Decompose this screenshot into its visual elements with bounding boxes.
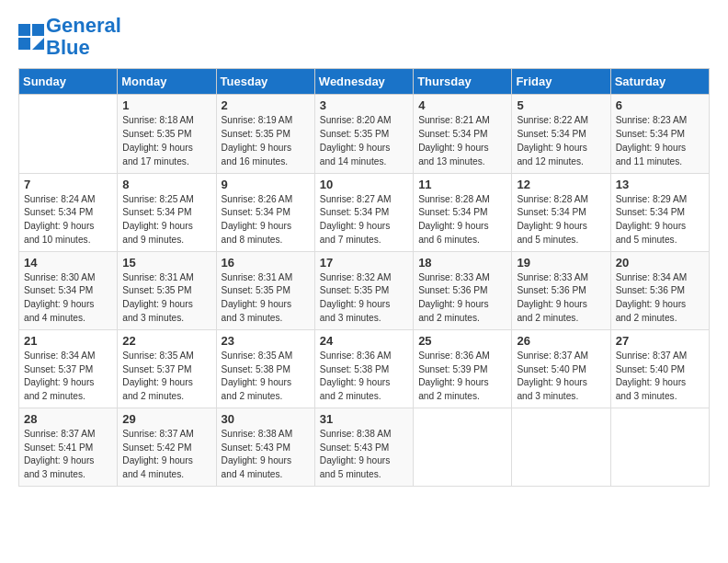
day-number: 3 <box>320 98 408 112</box>
header-day-sunday: Sunday <box>19 69 118 95</box>
week-row-3: 14Sunrise: 8:30 AMSunset: 5:34 PMDayligh… <box>19 251 710 329</box>
day-number: 13 <box>616 178 704 191</box>
calendar-cell: 20Sunrise: 8:34 AMSunset: 5:36 PMDayligh… <box>610 251 709 329</box>
cell-content: Sunrise: 8:38 AMSunset: 5:43 PMDaylight:… <box>320 428 408 482</box>
svg-marker-3 <box>32 38 44 50</box>
calendar-cell: 22Sunrise: 8:35 AMSunset: 5:37 PMDayligh… <box>118 329 216 408</box>
header-day-saturday: Saturday <box>610 69 709 95</box>
calendar-cell: 23Sunrise: 8:35 AMSunset: 5:38 PMDayligh… <box>216 329 314 408</box>
calendar-cell: 9Sunrise: 8:26 AMSunset: 5:34 PMDaylight… <box>216 173 314 251</box>
calendar-cell: 3Sunrise: 8:20 AMSunset: 5:35 PMDaylight… <box>314 95 413 173</box>
logo-text: General Blue <box>46 15 121 59</box>
day-number: 22 <box>122 334 210 348</box>
cell-content: Sunrise: 8:30 AMSunset: 5:34 PMDaylight:… <box>24 271 112 326</box>
cell-content: Sunrise: 8:34 AMSunset: 5:36 PMDaylight:… <box>616 271 704 326</box>
calendar-cell: 16Sunrise: 8:31 AMSunset: 5:35 PMDayligh… <box>216 251 314 329</box>
calendar-cell: 26Sunrise: 8:37 AMSunset: 5:40 PMDayligh… <box>512 329 610 408</box>
cell-content: Sunrise: 8:23 AMSunset: 5:34 PMDaylight:… <box>616 114 704 168</box>
day-number: 6 <box>616 98 704 112</box>
svg-rect-0 <box>18 24 30 36</box>
cell-content: Sunrise: 8:21 AMSunset: 5:34 PMDaylight:… <box>418 114 506 168</box>
header-day-tuesday: Tuesday <box>216 69 314 95</box>
calendar-cell: 13Sunrise: 8:29 AMSunset: 5:34 PMDayligh… <box>610 173 709 251</box>
day-number: 21 <box>24 334 112 348</box>
calendar-cell: 5Sunrise: 8:22 AMSunset: 5:34 PMDaylight… <box>512 95 610 173</box>
day-number: 12 <box>517 178 605 191</box>
calendar-cell: 31Sunrise: 8:38 AMSunset: 5:43 PMDayligh… <box>314 408 413 486</box>
calendar-cell: 28Sunrise: 8:37 AMSunset: 5:41 PMDayligh… <box>19 408 118 486</box>
day-number: 11 <box>418 178 506 191</box>
week-row-5: 28Sunrise: 8:37 AMSunset: 5:41 PMDayligh… <box>19 408 710 486</box>
calendar-cell: 7Sunrise: 8:24 AMSunset: 5:34 PMDaylight… <box>19 173 118 251</box>
header: General Blue <box>18 15 710 59</box>
calendar-cell: 21Sunrise: 8:34 AMSunset: 5:37 PMDayligh… <box>19 329 118 408</box>
header-day-monday: Monday <box>118 69 216 95</box>
day-number: 25 <box>418 334 506 348</box>
calendar-table: SundayMondayTuesdayWednesdayThursdayFrid… <box>18 68 710 487</box>
calendar-cell: 11Sunrise: 8:28 AMSunset: 5:34 PMDayligh… <box>414 173 512 251</box>
day-number: 8 <box>122 178 210 191</box>
calendar-cell: 1Sunrise: 8:18 AMSunset: 5:35 PMDaylight… <box>118 95 216 173</box>
cell-content: Sunrise: 8:18 AMSunset: 5:35 PMDaylight:… <box>122 114 210 168</box>
cell-content: Sunrise: 8:34 AMSunset: 5:37 PMDaylight:… <box>24 350 112 404</box>
day-number: 24 <box>320 334 408 348</box>
cell-content: Sunrise: 8:35 AMSunset: 5:38 PMDaylight:… <box>222 350 310 404</box>
day-number: 14 <box>24 256 112 270</box>
week-row-4: 21Sunrise: 8:34 AMSunset: 5:37 PMDayligh… <box>19 329 710 408</box>
calendar-cell: 17Sunrise: 8:32 AMSunset: 5:35 PMDayligh… <box>314 251 413 329</box>
cell-content: Sunrise: 8:28 AMSunset: 5:34 PMDaylight:… <box>517 193 605 247</box>
cell-content: Sunrise: 8:37 AMSunset: 5:42 PMDaylight:… <box>122 428 210 482</box>
cell-content: Sunrise: 8:37 AMSunset: 5:41 PMDaylight:… <box>24 428 112 482</box>
cell-content: Sunrise: 8:37 AMSunset: 5:40 PMDaylight:… <box>517 350 605 404</box>
page-container: General Blue SundayMondayTuesdayWednesda… <box>0 0 728 496</box>
day-number: 31 <box>320 412 408 426</box>
header-row: SundayMondayTuesdayWednesdayThursdayFrid… <box>19 69 710 95</box>
day-number: 5 <box>517 98 605 112</box>
day-number: 2 <box>222 98 310 112</box>
cell-content: Sunrise: 8:31 AMSunset: 5:35 PMDaylight:… <box>222 271 310 326</box>
calendar-cell: 10Sunrise: 8:27 AMSunset: 5:34 PMDayligh… <box>314 173 413 251</box>
cell-content: Sunrise: 8:35 AMSunset: 5:37 PMDaylight:… <box>122 350 210 404</box>
calendar-cell: 15Sunrise: 8:31 AMSunset: 5:35 PMDayligh… <box>118 251 216 329</box>
cell-content: Sunrise: 8:19 AMSunset: 5:35 PMDaylight:… <box>222 114 310 168</box>
week-row-1: 1Sunrise: 8:18 AMSunset: 5:35 PMDaylight… <box>19 95 710 173</box>
calendar-cell <box>414 408 512 486</box>
day-number: 20 <box>616 256 704 270</box>
calendar-cell: 6Sunrise: 8:23 AMSunset: 5:34 PMDaylight… <box>610 95 709 173</box>
calendar-cell: 30Sunrise: 8:38 AMSunset: 5:43 PMDayligh… <box>216 408 314 486</box>
week-row-2: 7Sunrise: 8:24 AMSunset: 5:34 PMDaylight… <box>19 173 710 251</box>
svg-rect-2 <box>18 38 30 50</box>
cell-content: Sunrise: 8:25 AMSunset: 5:34 PMDaylight:… <box>122 193 210 247</box>
day-number: 15 <box>122 256 210 270</box>
cell-content: Sunrise: 8:24 AMSunset: 5:34 PMDaylight:… <box>24 193 112 247</box>
day-number: 7 <box>24 178 112 191</box>
cell-content: Sunrise: 8:20 AMSunset: 5:35 PMDaylight:… <box>320 114 408 168</box>
cell-content: Sunrise: 8:33 AMSunset: 5:36 PMDaylight:… <box>517 271 605 326</box>
calendar-cell <box>19 95 118 173</box>
calendar-cell <box>610 408 709 486</box>
day-number: 10 <box>320 178 408 191</box>
cell-content: Sunrise: 8:36 AMSunset: 5:38 PMDaylight:… <box>320 350 408 404</box>
calendar-cell: 27Sunrise: 8:37 AMSunset: 5:40 PMDayligh… <box>610 329 709 408</box>
day-number: 16 <box>222 256 310 270</box>
cell-content: Sunrise: 8:22 AMSunset: 5:34 PMDaylight:… <box>517 114 605 168</box>
calendar-cell: 24Sunrise: 8:36 AMSunset: 5:38 PMDayligh… <box>314 329 413 408</box>
calendar-cell: 8Sunrise: 8:25 AMSunset: 5:34 PMDaylight… <box>118 173 216 251</box>
cell-content: Sunrise: 8:38 AMSunset: 5:43 PMDaylight:… <box>222 428 310 482</box>
calendar-cell: 12Sunrise: 8:28 AMSunset: 5:34 PMDayligh… <box>512 173 610 251</box>
calendar-cell: 4Sunrise: 8:21 AMSunset: 5:34 PMDaylight… <box>414 95 512 173</box>
day-number: 26 <box>517 334 605 348</box>
svg-rect-1 <box>32 24 44 36</box>
day-number: 27 <box>616 334 704 348</box>
day-number: 1 <box>122 98 210 112</box>
header-day-wednesday: Wednesday <box>314 69 413 95</box>
day-number: 19 <box>517 256 605 270</box>
day-number: 23 <box>222 334 310 348</box>
calendar-cell: 29Sunrise: 8:37 AMSunset: 5:42 PMDayligh… <box>118 408 216 486</box>
logo: General Blue <box>18 15 121 59</box>
day-number: 30 <box>222 412 310 426</box>
header-day-friday: Friday <box>512 69 610 95</box>
calendar-cell: 14Sunrise: 8:30 AMSunset: 5:34 PMDayligh… <box>19 251 118 329</box>
day-number: 28 <box>24 412 112 426</box>
cell-content: Sunrise: 8:26 AMSunset: 5:34 PMDaylight:… <box>222 193 310 247</box>
